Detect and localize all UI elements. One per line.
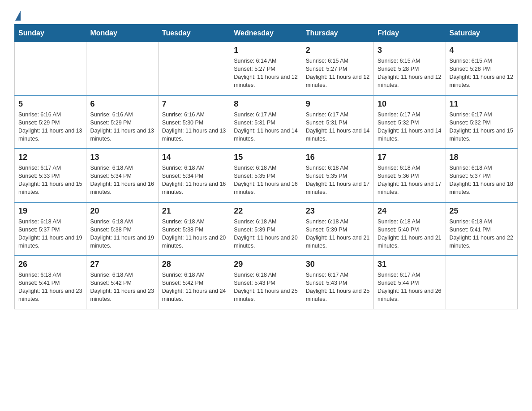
day-number: 8 [234,99,298,109]
calendar-table: SundayMondayTuesdayWednesdayThursdayFrid… [14,24,518,309]
day-info: Sunrise: 6:15 AM Sunset: 5:28 PM Dayligh… [450,57,514,90]
day-info: Sunrise: 6:18 AM Sunset: 5:35 PM Dayligh… [306,164,370,197]
calendar-day-cell [446,256,517,309]
day-number: 19 [18,206,82,216]
calendar-day-cell: 3Sunrise: 6:15 AM Sunset: 5:28 PM Daylig… [374,42,446,95]
day-number: 2 [306,46,370,55]
day-of-week-header: Friday [374,25,446,42]
day-info: Sunrise: 6:17 AM Sunset: 5:44 PM Dayligh… [378,271,442,304]
day-info: Sunrise: 6:16 AM Sunset: 5:29 PM Dayligh… [18,111,82,143]
day-info: Sunrise: 6:18 AM Sunset: 5:39 PM Dayligh… [234,218,298,250]
calendar-day-cell: 23Sunrise: 6:18 AM Sunset: 5:39 PM Dayli… [302,202,373,256]
calendar-week-row: 5Sunrise: 6:16 AM Sunset: 5:29 PM Daylig… [15,95,518,149]
day-info: Sunrise: 6:17 AM Sunset: 5:32 PM Dayligh… [378,111,442,143]
calendar-day-cell: 12Sunrise: 6:17 AM Sunset: 5:33 PM Dayli… [15,149,86,202]
day-info: Sunrise: 6:18 AM Sunset: 5:42 PM Dayligh… [90,271,154,304]
calendar-day-cell [15,42,86,95]
calendar-header-row: SundayMondayTuesdayWednesdayThursdayFrid… [15,25,518,42]
day-number: 17 [378,153,442,162]
day-info: Sunrise: 6:16 AM Sunset: 5:30 PM Dayligh… [162,111,226,143]
calendar-day-cell: 26Sunrise: 6:18 AM Sunset: 5:41 PM Dayli… [15,256,86,309]
day-info: Sunrise: 6:18 AM Sunset: 5:38 PM Dayligh… [90,218,154,250]
day-info: Sunrise: 6:18 AM Sunset: 5:41 PM Dayligh… [18,271,82,304]
page-header [14,11,518,21]
calendar-week-row: 1Sunrise: 6:14 AM Sunset: 5:27 PM Daylig… [15,42,518,95]
day-info: Sunrise: 6:18 AM Sunset: 5:34 PM Dayligh… [90,164,154,197]
calendar-day-cell: 19Sunrise: 6:18 AM Sunset: 5:37 PM Dayli… [15,202,86,256]
calendar-day-cell: 28Sunrise: 6:18 AM Sunset: 5:42 PM Dayli… [158,256,230,309]
calendar-day-cell: 6Sunrise: 6:16 AM Sunset: 5:29 PM Daylig… [86,95,158,149]
calendar-day-cell: 10Sunrise: 6:17 AM Sunset: 5:32 PM Dayli… [374,95,446,149]
day-info: Sunrise: 6:18 AM Sunset: 5:34 PM Dayligh… [162,164,226,197]
day-number: 18 [450,153,514,162]
calendar-day-cell: 29Sunrise: 6:18 AM Sunset: 5:43 PM Dayli… [230,256,302,309]
calendar-day-cell: 21Sunrise: 6:18 AM Sunset: 5:38 PM Dayli… [158,202,230,256]
calendar-week-row: 12Sunrise: 6:17 AM Sunset: 5:33 PM Dayli… [15,149,518,202]
calendar-day-cell: 18Sunrise: 6:18 AM Sunset: 5:37 PM Dayli… [446,149,517,202]
day-info: Sunrise: 6:17 AM Sunset: 5:31 PM Dayligh… [234,111,298,143]
calendar-day-cell: 31Sunrise: 6:17 AM Sunset: 5:44 PM Dayli… [374,256,446,309]
day-number: 28 [162,260,226,269]
day-number: 25 [450,206,514,216]
day-number: 23 [306,206,370,216]
day-info: Sunrise: 6:18 AM Sunset: 5:39 PM Dayligh… [306,218,370,250]
day-info: Sunrise: 6:18 AM Sunset: 5:37 PM Dayligh… [450,164,514,197]
day-info: Sunrise: 6:18 AM Sunset: 5:35 PM Dayligh… [234,164,298,197]
calendar-day-cell: 16Sunrise: 6:18 AM Sunset: 5:35 PM Dayli… [302,149,373,202]
calendar-day-cell: 13Sunrise: 6:18 AM Sunset: 5:34 PM Dayli… [86,149,158,202]
day-info: Sunrise: 6:17 AM Sunset: 5:43 PM Dayligh… [306,271,370,304]
day-number: 12 [18,153,82,162]
day-info: Sunrise: 6:14 AM Sunset: 5:27 PM Dayligh… [234,57,298,90]
day-info: Sunrise: 6:18 AM Sunset: 5:36 PM Dayligh… [378,164,442,197]
logo-triangle-icon [15,11,21,21]
day-of-week-header: Saturday [446,25,517,42]
calendar-day-cell: 24Sunrise: 6:18 AM Sunset: 5:40 PM Dayli… [374,202,446,256]
day-number: 22 [234,206,298,216]
day-info: Sunrise: 6:18 AM Sunset: 5:37 PM Dayligh… [18,218,82,250]
calendar-day-cell [86,42,158,95]
calendar-week-row: 19Sunrise: 6:18 AM Sunset: 5:37 PM Dayli… [15,202,518,256]
day-number: 27 [90,260,154,269]
day-number: 7 [162,99,226,109]
day-of-week-header: Thursday [302,25,373,42]
day-info: Sunrise: 6:18 AM Sunset: 5:43 PM Dayligh… [234,271,298,304]
day-info: Sunrise: 6:18 AM Sunset: 5:40 PM Dayligh… [378,218,442,250]
day-number: 15 [234,153,298,162]
calendar-day-cell: 22Sunrise: 6:18 AM Sunset: 5:39 PM Dayli… [230,202,302,256]
day-info: Sunrise: 6:17 AM Sunset: 5:31 PM Dayligh… [306,111,370,143]
day-number: 10 [378,99,442,109]
calendar-day-cell: 20Sunrise: 6:18 AM Sunset: 5:38 PM Dayli… [86,202,158,256]
day-number: 29 [234,260,298,269]
day-info: Sunrise: 6:18 AM Sunset: 5:42 PM Dayligh… [162,271,226,304]
calendar-day-cell: 9Sunrise: 6:17 AM Sunset: 5:31 PM Daylig… [302,95,373,149]
day-info: Sunrise: 6:17 AM Sunset: 5:32 PM Dayligh… [450,111,514,143]
calendar-day-cell: 1Sunrise: 6:14 AM Sunset: 5:27 PM Daylig… [230,42,302,95]
calendar-day-cell: 2Sunrise: 6:15 AM Sunset: 5:27 PM Daylig… [302,42,373,95]
day-info: Sunrise: 6:18 AM Sunset: 5:38 PM Dayligh… [162,218,226,250]
calendar-day-cell: 30Sunrise: 6:17 AM Sunset: 5:43 PM Dayli… [302,256,373,309]
logo [14,11,21,21]
day-number: 9 [306,99,370,109]
day-info: Sunrise: 6:16 AM Sunset: 5:29 PM Dayligh… [90,111,154,143]
day-number: 14 [162,153,226,162]
day-number: 13 [90,153,154,162]
calendar-day-cell: 8Sunrise: 6:17 AM Sunset: 5:31 PM Daylig… [230,95,302,149]
calendar-day-cell: 17Sunrise: 6:18 AM Sunset: 5:36 PM Dayli… [374,149,446,202]
day-info: Sunrise: 6:15 AM Sunset: 5:27 PM Dayligh… [306,57,370,90]
calendar-day-cell: 7Sunrise: 6:16 AM Sunset: 5:30 PM Daylig… [158,95,230,149]
day-number: 4 [450,46,514,55]
day-number: 30 [306,260,370,269]
day-number: 26 [18,260,82,269]
day-number: 31 [378,260,442,269]
day-of-week-header: Wednesday [230,25,302,42]
day-of-week-header: Tuesday [158,25,230,42]
day-info: Sunrise: 6:15 AM Sunset: 5:28 PM Dayligh… [378,57,442,90]
calendar-day-cell: 25Sunrise: 6:18 AM Sunset: 5:41 PM Dayli… [446,202,517,256]
calendar-day-cell: 4Sunrise: 6:15 AM Sunset: 5:28 PM Daylig… [446,42,517,95]
day-number: 6 [90,99,154,109]
day-number: 21 [162,206,226,216]
day-of-week-header: Sunday [15,25,86,42]
day-number: 20 [90,206,154,216]
calendar-day-cell: 11Sunrise: 6:17 AM Sunset: 5:32 PM Dayli… [446,95,517,149]
calendar-day-cell: 14Sunrise: 6:18 AM Sunset: 5:34 PM Dayli… [158,149,230,202]
